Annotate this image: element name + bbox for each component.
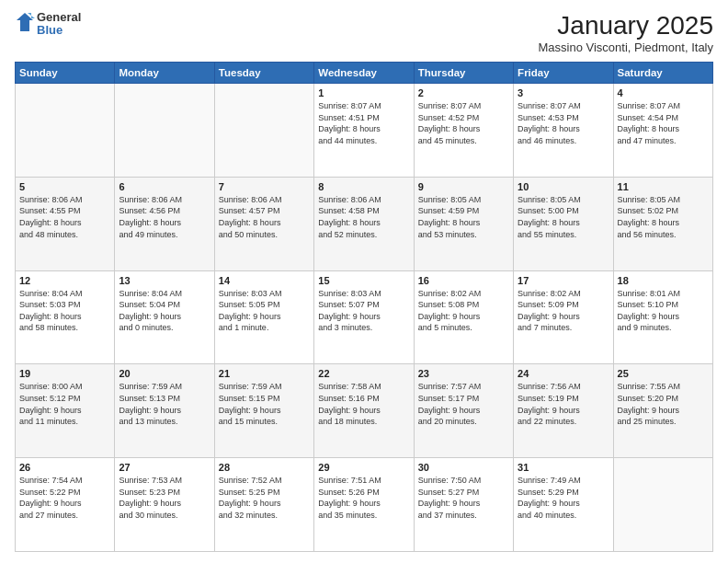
calendar-cell: 29Sunrise: 7:51 AM Sunset: 5:26 PM Dayli… <box>314 458 414 552</box>
day-number: 30 <box>418 462 509 473</box>
day-number: 2 <box>418 87 509 98</box>
calendar-cell: 31Sunrise: 7:49 AM Sunset: 5:29 PM Dayli… <box>514 458 613 552</box>
calendar-week-row: 5Sunrise: 8:06 AM Sunset: 4:55 PM Daylig… <box>16 177 713 270</box>
calendar-cell: 8Sunrise: 8:06 AM Sunset: 4:58 PM Daylig… <box>314 177 414 270</box>
calendar-cell: 16Sunrise: 8:02 AM Sunset: 5:08 PM Dayli… <box>414 270 513 364</box>
calendar-cell: 11Sunrise: 8:05 AM Sunset: 5:02 PM Dayli… <box>613 177 712 270</box>
calendar-cell: 6Sunrise: 8:06 AM Sunset: 4:56 PM Daylig… <box>115 177 214 270</box>
day-info: Sunrise: 8:06 AM Sunset: 4:56 PM Dayligh… <box>119 194 210 240</box>
weekday-header: Friday <box>514 63 613 84</box>
day-number: 5 <box>19 181 110 192</box>
calendar-cell <box>613 458 712 552</box>
header: General Blue January 2025 Massino Viscon… <box>15 11 713 54</box>
calendar-week-row: 19Sunrise: 8:00 AM Sunset: 5:12 PM Dayli… <box>16 364 713 458</box>
weekday-header: Monday <box>115 63 214 84</box>
calendar-cell: 22Sunrise: 7:58 AM Sunset: 5:16 PM Dayli… <box>314 364 414 458</box>
svg-marker-0 <box>17 13 33 31</box>
day-number: 29 <box>318 462 409 473</box>
day-number: 17 <box>518 275 609 286</box>
calendar-cell: 4Sunrise: 8:07 AM Sunset: 4:54 PM Daylig… <box>613 84 712 178</box>
location: Massino Visconti, Piedmont, Italy <box>538 40 713 54</box>
day-number: 15 <box>318 275 409 286</box>
weekday-header: Wednesday <box>314 63 414 84</box>
calendar-cell: 18Sunrise: 8:01 AM Sunset: 5:10 PM Dayli… <box>613 270 712 364</box>
calendar-cell: 3Sunrise: 8:07 AM Sunset: 4:53 PM Daylig… <box>514 84 613 178</box>
day-number: 23 <box>418 368 509 379</box>
day-info: Sunrise: 8:07 AM Sunset: 4:51 PM Dayligh… <box>318 100 409 146</box>
day-number: 12 <box>19 275 110 286</box>
calendar-cell: 10Sunrise: 8:05 AM Sunset: 5:00 PM Dayli… <box>514 177 613 270</box>
day-info: Sunrise: 8:04 AM Sunset: 5:04 PM Dayligh… <box>119 288 210 334</box>
day-number: 19 <box>19 368 110 379</box>
calendar-cell: 13Sunrise: 8:04 AM Sunset: 5:04 PM Dayli… <box>115 270 214 364</box>
day-info: Sunrise: 7:49 AM Sunset: 5:29 PM Dayligh… <box>518 475 609 521</box>
day-info: Sunrise: 8:03 AM Sunset: 5:05 PM Dayligh… <box>219 288 310 334</box>
day-info: Sunrise: 8:05 AM Sunset: 5:02 PM Dayligh… <box>618 194 709 240</box>
day-number: 11 <box>618 181 709 192</box>
day-info: Sunrise: 7:58 AM Sunset: 5:16 PM Dayligh… <box>318 381 409 427</box>
day-number: 24 <box>518 368 609 379</box>
calendar-cell: 25Sunrise: 7:55 AM Sunset: 5:20 PM Dayli… <box>613 364 712 458</box>
calendar-week-row: 1Sunrise: 8:07 AM Sunset: 4:51 PM Daylig… <box>16 84 713 178</box>
calendar-cell: 15Sunrise: 8:03 AM Sunset: 5:07 PM Dayli… <box>314 270 414 364</box>
day-number: 3 <box>518 87 609 98</box>
calendar-cell: 5Sunrise: 8:06 AM Sunset: 4:55 PM Daylig… <box>16 177 115 270</box>
logo: General Blue <box>15 11 81 38</box>
calendar-cell: 28Sunrise: 7:52 AM Sunset: 5:25 PM Dayli… <box>214 458 313 552</box>
calendar-cell: 19Sunrise: 8:00 AM Sunset: 5:12 PM Dayli… <box>16 364 115 458</box>
calendar-table: SundayMondayTuesdayWednesdayThursdayFrid… <box>15 62 713 552</box>
day-info: Sunrise: 8:03 AM Sunset: 5:07 PM Dayligh… <box>318 288 409 334</box>
day-info: Sunrise: 8:06 AM Sunset: 4:57 PM Dayligh… <box>219 194 310 240</box>
day-info: Sunrise: 8:00 AM Sunset: 5:12 PM Dayligh… <box>19 381 110 427</box>
title-area: January 2025 Massino Visconti, Piedmont,… <box>538 11 713 54</box>
month-title: January 2025 <box>538 11 713 40</box>
logo-text: General Blue <box>37 11 81 38</box>
calendar-cell: 26Sunrise: 7:54 AM Sunset: 5:22 PM Dayli… <box>16 458 115 552</box>
day-info: Sunrise: 8:02 AM Sunset: 5:08 PM Dayligh… <box>418 288 509 334</box>
day-number: 21 <box>219 368 310 379</box>
calendar-cell: 2Sunrise: 8:07 AM Sunset: 4:52 PM Daylig… <box>414 84 513 178</box>
day-info: Sunrise: 8:02 AM Sunset: 5:09 PM Dayligh… <box>518 288 609 334</box>
logo-icon <box>15 11 35 37</box>
calendar-cell: 21Sunrise: 7:59 AM Sunset: 5:15 PM Dayli… <box>214 364 313 458</box>
day-number: 16 <box>418 275 509 286</box>
day-info: Sunrise: 7:50 AM Sunset: 5:27 PM Dayligh… <box>418 475 509 521</box>
day-number: 18 <box>618 275 709 286</box>
day-number: 25 <box>618 368 709 379</box>
weekday-header: Saturday <box>613 63 712 84</box>
day-info: Sunrise: 7:57 AM Sunset: 5:17 PM Dayligh… <box>418 381 509 427</box>
day-info: Sunrise: 7:55 AM Sunset: 5:20 PM Dayligh… <box>618 381 709 427</box>
weekday-header: Tuesday <box>214 63 313 84</box>
day-info: Sunrise: 8:05 AM Sunset: 5:00 PM Dayligh… <box>518 194 609 240</box>
logo-general: General <box>37 11 81 24</box>
day-info: Sunrise: 8:07 AM Sunset: 4:52 PM Dayligh… <box>418 100 509 146</box>
logo-blue: Blue <box>37 24 81 37</box>
day-info: Sunrise: 8:07 AM Sunset: 4:53 PM Dayligh… <box>518 100 609 146</box>
calendar-cell: 7Sunrise: 8:06 AM Sunset: 4:57 PM Daylig… <box>214 177 313 270</box>
day-number: 28 <box>219 462 310 473</box>
calendar-cell: 12Sunrise: 8:04 AM Sunset: 5:03 PM Dayli… <box>16 270 115 364</box>
day-info: Sunrise: 8:01 AM Sunset: 5:10 PM Dayligh… <box>618 288 709 334</box>
calendar-cell: 24Sunrise: 7:56 AM Sunset: 5:19 PM Dayli… <box>514 364 613 458</box>
day-number: 1 <box>318 87 409 98</box>
day-number: 4 <box>618 87 709 98</box>
day-number: 14 <box>219 275 310 286</box>
day-info: Sunrise: 7:53 AM Sunset: 5:23 PM Dayligh… <box>119 475 210 521</box>
day-number: 6 <box>119 181 210 192</box>
day-number: 26 <box>19 462 110 473</box>
calendar-week-row: 12Sunrise: 8:04 AM Sunset: 5:03 PM Dayli… <box>16 270 713 364</box>
weekday-header: Sunday <box>16 63 115 84</box>
day-number: 9 <box>418 181 509 192</box>
day-number: 22 <box>318 368 409 379</box>
day-info: Sunrise: 7:56 AM Sunset: 5:19 PM Dayligh… <box>518 381 609 427</box>
day-number: 31 <box>518 462 609 473</box>
calendar-cell <box>214 84 313 178</box>
day-info: Sunrise: 7:54 AM Sunset: 5:22 PM Dayligh… <box>19 475 110 521</box>
day-number: 7 <box>219 181 310 192</box>
day-info: Sunrise: 8:06 AM Sunset: 4:58 PM Dayligh… <box>318 194 409 240</box>
calendar-header-row: SundayMondayTuesdayWednesdayThursdayFrid… <box>16 63 713 84</box>
calendar-cell: 9Sunrise: 8:05 AM Sunset: 4:59 PM Daylig… <box>414 177 513 270</box>
calendar-cell: 27Sunrise: 7:53 AM Sunset: 5:23 PM Dayli… <box>115 458 214 552</box>
day-number: 13 <box>119 275 210 286</box>
calendar-cell: 1Sunrise: 8:07 AM Sunset: 4:51 PM Daylig… <box>314 84 414 178</box>
